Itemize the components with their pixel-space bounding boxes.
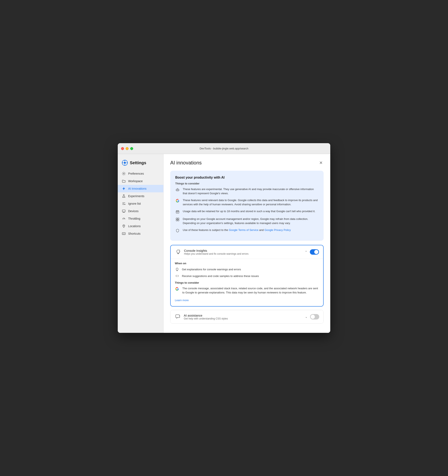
svg-rect-15 <box>177 190 177 190</box>
svg-rect-14 <box>176 189 179 191</box>
ai-assistance-desc: Get help with understanding CSS styles <box>184 317 305 320</box>
sidebar-label-workspace: Workspace <box>128 179 143 183</box>
lightbulb-icon <box>175 267 179 272</box>
svg-point-5 <box>126 162 127 163</box>
calendar-icon <box>175 210 180 214</box>
device-icon <box>122 209 126 213</box>
info-card-title: Boost your productivity with AI <box>175 176 319 179</box>
close-button[interactable] <box>121 147 124 150</box>
when-on-item-2: Receive suggestions and code samples to … <box>175 274 319 278</box>
svg-rect-18 <box>176 211 179 213</box>
main-content: Settings Preferences <box>118 154 330 333</box>
svg-point-17 <box>177 188 178 189</box>
ai-assistance-controls: ⌄ <box>305 314 319 319</box>
console-insights-expanded: When on Get explanations for console war… <box>171 259 323 306</box>
ai-assistance-card: AI assistance Get help with understandin… <box>170 310 323 324</box>
sidebar-label-ai-innovations: AI innovations <box>128 187 147 190</box>
main-panel: AI innovations ✕ Boost your productivity… <box>164 154 330 333</box>
chevron-up-icon[interactable]: ⌃ <box>305 250 307 254</box>
svg-rect-23 <box>176 220 177 221</box>
sidebar-label-locations: Locations <box>128 224 141 228</box>
ai-assistance-info: AI assistance Get help with understandin… <box>184 314 305 320</box>
sidebar-label-throttling: Throttling <box>128 217 140 220</box>
svg-point-11 <box>124 219 124 220</box>
maximize-button[interactable] <box>130 147 133 150</box>
info-card: Boost your productivity with AI Things t… <box>170 171 323 241</box>
sidebar: Settings Preferences <box>118 154 164 333</box>
svg-rect-24 <box>178 220 179 221</box>
page-title: AI innovations <box>170 160 202 166</box>
chevron-down-icon[interactable]: ⌄ <box>305 315 307 318</box>
sidebar-label-experiments: Experiments <box>128 194 144 198</box>
minimize-button[interactable] <box>126 147 129 150</box>
svg-point-2 <box>125 160 125 161</box>
sidebar-item-ignore-list[interactable]: Ignore list <box>118 200 163 207</box>
console-insights-header: Console Insights Helps you understand an… <box>171 245 323 259</box>
svg-point-7 <box>123 197 124 197</box>
sparkle-icon <box>122 187 126 191</box>
sidebar-title: Settings <box>130 160 146 165</box>
things-text-1: The console message, associated stack tr… <box>182 286 319 295</box>
sidebar-item-experiments[interactable]: Experiments <box>118 192 163 200</box>
main-header: AI innovations ✕ <box>170 160 323 166</box>
folder-icon <box>122 179 126 183</box>
sidebar-item-workspace[interactable]: Workspace <box>118 177 163 185</box>
info-item-1: These features are experimental. They us… <box>175 187 319 195</box>
sidebar-item-throttling[interactable]: Throttling <box>118 215 163 222</box>
google-g-icon-2 <box>175 287 179 291</box>
settings-logo-icon <box>122 160 128 166</box>
console-insights-card: Console Insights Helps you understand an… <box>170 245 323 306</box>
titlebar: DevTools - bubble-jingle.web.app/search <box>118 143 330 154</box>
svg-rect-13 <box>122 232 125 235</box>
info-item-4: Depending on your Google account managem… <box>175 217 319 225</box>
sidebar-item-shortcuts[interactable]: Shortcuts <box>118 230 163 237</box>
sidebar-label-shortcuts: Shortcuts <box>128 232 141 235</box>
info-item-text-4: Depending on your Google account managem… <box>183 217 319 225</box>
svg-point-6 <box>123 173 125 174</box>
sidebar-item-preferences[interactable]: Preferences <box>118 170 163 177</box>
keyboard-icon <box>122 232 126 236</box>
ai-assistance-toggle[interactable] <box>310 314 319 319</box>
console-insights-controls: ⌃ <box>305 249 319 255</box>
console-insights-toggle[interactable] <box>310 249 319 255</box>
things-to-consider-title: Things to consider <box>175 281 319 284</box>
svg-point-3 <box>125 164 125 165</box>
learn-more-link[interactable]: Learn more <box>175 299 189 302</box>
info-card-subtitle: Things to consider <box>175 182 319 185</box>
gauge-icon <box>122 217 126 221</box>
info-item-text-1: These features are experimental. They us… <box>183 187 319 195</box>
when-on-title: When on <box>175 262 319 265</box>
info-item-text-3: Usage data will be retained for up to 18… <box>183 209 315 213</box>
sidebar-item-ai-innovations[interactable]: AI innovations <box>118 185 163 192</box>
close-panel-button[interactable]: ✕ <box>318 160 323 166</box>
sidebar-label-ignore-list: Ignore list <box>128 202 141 205</box>
flask-icon <box>122 194 126 198</box>
things-item-1: The console message, associated stack tr… <box>175 286 319 295</box>
ai-assistance-name: AI assistance <box>184 314 305 317</box>
svg-rect-19 <box>177 212 177 212</box>
tos-link[interactable]: Google Terms of Service <box>229 228 258 232</box>
info-item-3: Usage data will be retained for up to 18… <box>175 209 319 214</box>
svg-point-12 <box>123 225 124 226</box>
svg-rect-22 <box>178 218 179 219</box>
google-g-icon-1 <box>175 198 180 203</box>
when-on-text-2: Receive suggestions and code samples to … <box>182 274 259 278</box>
svg-rect-9 <box>122 210 125 212</box>
console-insights-desc: Helps you understand and fix console war… <box>184 252 305 255</box>
gear-icon <box>122 172 126 176</box>
svg-rect-16 <box>178 190 178 190</box>
info-item-text-2: These features send relevant data to Goo… <box>183 198 319 206</box>
sidebar-item-locations[interactable]: Locations <box>118 222 163 230</box>
shield-icon <box>175 228 180 233</box>
list-x-icon <box>122 202 126 205</box>
when-on-item-1: Get explanations for console warnings an… <box>175 267 319 272</box>
pin-icon <box>122 224 126 228</box>
lightbulb-spark-icon <box>175 249 181 255</box>
sidebar-item-devices[interactable]: Devices <box>118 207 163 215</box>
ai-assistance-header: AI assistance Get help with understandin… <box>170 310 323 323</box>
privacy-link[interactable]: Google Privacy Policy <box>264 228 291 232</box>
sidebar-header: Settings <box>118 158 163 170</box>
svg-rect-25 <box>176 315 179 317</box>
info-item-2: These features send relevant data to Goo… <box>175 198 319 206</box>
console-insights-info: Console Insights Helps you understand an… <box>184 249 305 255</box>
